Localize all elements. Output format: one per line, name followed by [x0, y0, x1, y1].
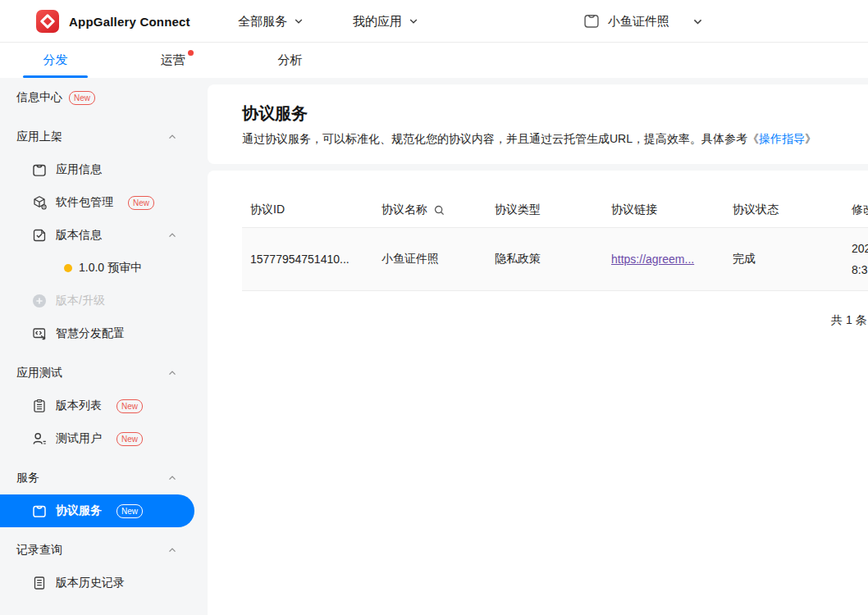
- sidebar-item-label: 协议服务: [56, 503, 102, 518]
- sidebar-nav: 信息中心 New 应用上架 应用信息 软件包管理 New: [0, 78, 208, 615]
- brand-title: AppGallery Connect: [69, 15, 190, 29]
- cell-agreement-type: 隐私政策: [487, 252, 603, 266]
- sidebar-section-app-testing[interactable]: 应用测试: [0, 363, 208, 383]
- current-app-selector[interactable]: 小鱼证件照: [582, 0, 704, 43]
- column-header-agreement-type: 协议类型: [487, 203, 603, 217]
- sidebar-item-label: 版本/升级: [56, 294, 105, 308]
- current-app-name: 小鱼证件照: [608, 14, 669, 30]
- new-badge: New: [128, 196, 154, 210]
- sidebar-item-info-center[interactable]: 信息中心 New: [0, 88, 208, 107]
- version-doc-icon: [31, 227, 48, 244]
- sidebar-item-app-info[interactable]: 应用信息: [0, 153, 208, 186]
- section-label: 记录查询: [16, 543, 62, 558]
- brand[interactable]: AppGallery Connect: [36, 10, 190, 33]
- new-badge: New: [116, 399, 143, 413]
- cell-agreement-id: 15777954751410...: [242, 253, 373, 266]
- column-header-modified: 修改: [843, 203, 868, 217]
- sidebar-item-label: 应用信息: [56, 162, 102, 177]
- pagination-total: 共 1 条: [831, 313, 867, 328]
- chevron-down-icon: [293, 16, 304, 27]
- column-header-agreement-name: 协议名称: [373, 203, 487, 217]
- sidebar-section-records-query[interactable]: 记录查询: [0, 540, 208, 560]
- my-apps-label: 我的应用: [353, 14, 402, 30]
- sidebar-item-version-info[interactable]: 版本信息: [0, 219, 208, 252]
- sidebar-item-label: 版本信息: [56, 228, 102, 243]
- section-label: 应用测试: [16, 366, 62, 380]
- chevron-down-icon: [692, 16, 704, 28]
- cell-agreement-status: 完成: [724, 252, 843, 266]
- tab-label: 分析: [278, 52, 303, 68]
- sidebar-section-services[interactable]: 服务: [0, 468, 208, 488]
- cell-modified-time: 202 8:3: [843, 238, 868, 280]
- column-header-agreement-status: 协议状态: [724, 203, 843, 217]
- notification-dot: [188, 50, 194, 56]
- sidebar-item-agreement-service[interactable]: 协议服务 New: [0, 494, 194, 527]
- agreement-table-card: 协议ID 协议名称 协议类型 协议链接 协议状态 修改 157779547514…: [208, 171, 868, 615]
- primary-tabbar: 分发 运营 分析: [0, 43, 868, 78]
- bag-icon: [31, 162, 48, 178]
- sidebar-item-version-list[interactable]: 版本列表 New: [0, 390, 208, 422]
- sidebar-item-label: 版本历史记录: [56, 576, 125, 590]
- sidebar-item-label: 信息中心: [16, 90, 62, 105]
- smart-distribution-icon: [31, 326, 48, 342]
- page-description: 通过协议服务，可以标准化、规范化您的协议内容，并且通过云托管生成URL，提高效率…: [242, 132, 868, 147]
- app-bag-icon: [582, 11, 601, 32]
- all-services-label: 全部服务: [238, 14, 287, 30]
- sidebar-item-label: 版本列表: [56, 399, 102, 413]
- new-badge: New: [116, 504, 143, 518]
- agreement-url-link[interactable]: https://agreem...: [611, 253, 694, 266]
- bag-icon: [31, 503, 48, 519]
- cell-agreement-name: 小鱼证件照: [373, 252, 487, 266]
- appgallery-connect-console: AppGallery Connect 全部服务 我的应用 小鱼证件照: [0, 0, 868, 615]
- search-icon[interactable]: [433, 204, 445, 216]
- top-header-bar: AppGallery Connect 全部服务 我的应用 小鱼证件照: [0, 0, 868, 43]
- table-header-row: 协议ID 协议名称 协议类型 协议链接 协议状态 修改: [242, 193, 868, 227]
- sidebar-item-package-management[interactable]: 软件包管理 New: [0, 186, 208, 219]
- chevron-up-icon: [167, 367, 178, 379]
- modified-time: 8:3: [852, 259, 868, 280]
- tab-distribution[interactable]: 分发: [23, 43, 88, 78]
- modified-date: 202: [852, 238, 868, 259]
- plus-circle-icon: [31, 293, 48, 309]
- sidebar-item-label: 软件包管理: [56, 195, 113, 210]
- chevron-up-icon: [167, 131, 178, 143]
- chevron-down-icon: [408, 16, 419, 27]
- chevron-up-icon: [167, 472, 178, 484]
- all-services-menu[interactable]: 全部服务: [238, 0, 304, 43]
- sidebar-item-label: 智慧分发配置: [56, 326, 125, 341]
- sidebar-item-test-users[interactable]: 测试用户 New: [0, 422, 208, 455]
- sidebar-section-app-release[interactable]: 应用上架: [0, 127, 208, 147]
- tab-label: 分发: [43, 52, 68, 68]
- tab-label: 运营: [161, 52, 185, 68]
- sidebar-item-label: 1.0.0 预审中: [79, 261, 142, 276]
- version-list-icon: [31, 398, 48, 414]
- tab-operations[interactable]: 运营: [140, 43, 205, 78]
- agreement-table: 协议ID 协议名称 协议类型 协议链接 协议状态 修改 157779547514…: [242, 193, 868, 291]
- new-badge: New: [116, 432, 143, 446]
- description-suffix: 》: [805, 132, 816, 145]
- new-badge: New: [69, 91, 95, 105]
- sidebar-item-version-upgrade: 版本/升级: [0, 285, 208, 317]
- column-header-agreement-id: 协议ID: [242, 203, 373, 217]
- page-title: 协议服务: [242, 102, 868, 125]
- section-label: 服务: [16, 471, 39, 485]
- sidebar-item-version-history[interactable]: 版本历史记录: [0, 567, 208, 599]
- cell-agreement-link: https://agreem...: [603, 253, 724, 266]
- tab-analytics[interactable]: 分析: [258, 43, 322, 78]
- operation-guide-link[interactable]: 操作指导: [759, 132, 805, 145]
- chevron-up-icon: [167, 230, 178, 241]
- status-dot-pending-review: [64, 264, 72, 272]
- test-user-icon: [31, 430, 48, 447]
- column-header-agreement-link: 协议链接: [603, 203, 724, 217]
- sidebar-item-smart-distribution-config[interactable]: 智慧分发配置: [0, 317, 208, 350]
- history-doc-icon: [31, 575, 48, 591]
- appgallery-logo-icon: [36, 10, 59, 33]
- page-header-card: 协议服务 通过协议服务，可以标准化、规范化您的协议内容，并且通过云托管生成URL…: [208, 84, 868, 164]
- section-label: 应用上架: [16, 130, 62, 144]
- sidebar-item-version-1-0-0[interactable]: 1.0.0 预审中: [0, 252, 208, 285]
- description-text: 通过协议服务，可以标准化、规范化您的协议内容，并且通过云托管生成URL，提高效率…: [242, 132, 759, 145]
- table-row: 15777954751410... 小鱼证件照 隐私政策 https://agr…: [242, 227, 868, 291]
- package-icon: [31, 194, 48, 211]
- sidebar-item-label: 测试用户: [56, 431, 102, 446]
- my-apps-menu[interactable]: 我的应用: [353, 0, 419, 43]
